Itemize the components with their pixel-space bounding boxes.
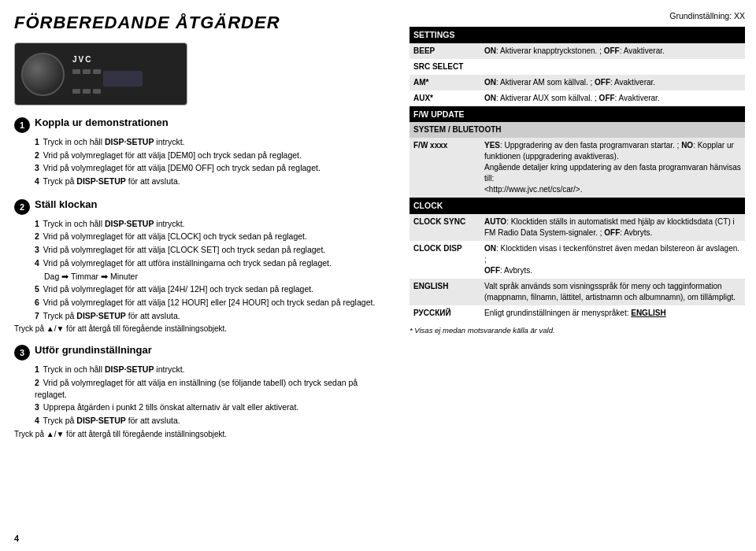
left-column: FÖRBEREDANDE ÅTGÄRDER JVC 1 Koppla ur de… (0, 0, 402, 551)
fw-xxxx-label: F/W xxxx (410, 138, 480, 198)
step-1-circle: 1 (14, 117, 30, 133)
right-column: Grundinställning: XX SETTINGS BEEP ON: A… (402, 0, 756, 551)
clock-sync-row: CLOCK SYNC AUTO: Klocktiden ställs in au… (410, 214, 745, 241)
step-3-1: 1 Tryck in och håll DISP·SETUP intryckt. (35, 364, 387, 375)
radio-button-5 (83, 89, 91, 94)
fw-update-header-row: F/W UPDATE (410, 106, 745, 123)
step-2-5: 5 Vrid på volymreglaget för att välja [2… (35, 283, 387, 295)
radio-button-6 (93, 89, 101, 94)
section-3-title: Utför grundinställningar (35, 344, 152, 356)
step-1-1: 1 Tryck in och håll DISP·SETUP intryckt. (35, 136, 387, 148)
clock-sync-value: AUTO: Klocktiden ställs in automatiskt m… (480, 214, 745, 241)
settings-footnote: * Visas ej medan motsvarande källa är va… (410, 326, 745, 335)
settings-main-header-row: SETTINGS (410, 27, 745, 43)
radio-button-4 (72, 89, 80, 94)
beep-value: ON: Aktiverar knapptryckstonen. ; OFF: A… (480, 43, 745, 59)
am-row: AM* ON: Aktiverar AM som källval. ; OFF:… (410, 75, 745, 91)
step-2-3: 3 Vrid på volymreglaget för att välja [C… (35, 244, 387, 256)
grundinstallning-label: Grundinställning: XX (410, 11, 745, 20)
step-3-2: 2 Vrid på volymreglaget för att välja en… (35, 377, 387, 400)
section-2: 2 Ställ klockan 1 Tryck in och håll DISP… (14, 198, 387, 334)
fw-update-header: F/W UPDATE (410, 106, 745, 123)
section-2-steps: 1 Tryck in och håll DISP·SETUP intryckt.… (14, 218, 387, 322)
russian-value: Enligt grundinställningen är menyspråket… (480, 305, 745, 321)
step-2-2: 2 Vrid på volymreglaget för att välja [C… (35, 231, 387, 242)
beep-row: BEEP ON: Aktiverar knapptryckstonen. ; O… (410, 43, 745, 59)
step-2-circle: 2 (14, 199, 30, 215)
src-select-row: SRC SELECT (410, 59, 745, 75)
aux-value: ON: Aktiverar AUX som källval. ; OFF: Av… (480, 91, 745, 106)
step-2-1: 1 Tryck in och håll DISP·SETUP intryckt. (35, 218, 387, 230)
section-1: 1 Koppla ur demonstrationen 1 Tryck in o… (14, 116, 387, 187)
am-value: ON: Aktiverar AM som källval. ; OFF: Ava… (480, 75, 745, 91)
system-bluetooth-row: SYSTEM / BLUETOOTH (410, 122, 745, 138)
section-1-title: Koppla ur demonstrationen (35, 116, 169, 128)
english-row: ENGLISH Valt språk används som visningss… (410, 279, 745, 305)
section-3-steps: 1 Tryck in och håll DISP·SETUP intryckt.… (14, 364, 387, 426)
clock-header: CLOCK (410, 198, 745, 214)
jvc-logo: JVC (72, 55, 143, 64)
aux-row: AUX* ON: Aktiverar AUX som källval. ; OF… (410, 91, 745, 106)
page-title: FÖRBEREDANDE ÅTGÄRDER (14, 13, 387, 33)
english-value: Valt språk används som visningsspråk för… (480, 279, 745, 305)
section-3-header: 3 Utför grundinställningar (14, 344, 387, 361)
radio-image: JVC (14, 43, 187, 105)
english-label: ENGLISH (410, 279, 480, 305)
section-3-footer: Tryck på ▲/▼ för att återgå till föregåe… (14, 430, 387, 438)
volume-knob (21, 53, 65, 96)
clock-disp-value: ON: Klocktiden visas i teckenfönstret äv… (480, 241, 745, 279)
step-2-6: 6 Vrid på volymreglaget för att välja [1… (35, 297, 387, 309)
src-select-label: SRC SELECT (410, 59, 745, 75)
button-row-2 (72, 89, 143, 94)
step-1-3: 3 Vrid på volymreglaget för att välja [D… (35, 162, 387, 174)
step-2-4: 4 Vrid på volymreglaget för att utföra i… (35, 257, 387, 269)
section-3: 3 Utför grundinställningar 1 Tryck in oc… (14, 344, 387, 438)
radio-display (103, 71, 143, 87)
section-2-footer: Tryck på ▲/▼ för att återgå till föregåe… (14, 324, 387, 333)
radio-controls: JVC (72, 55, 143, 94)
clock-disp-label: CLOCK DISP (410, 241, 480, 279)
beep-label: BEEP (410, 43, 480, 59)
fw-xxxx-value: YES: Uppgradering av den fasta programva… (480, 138, 745, 198)
step-1-4: 4 Tryck på DISP·SETUP för att avsluta. (35, 176, 387, 187)
fw-xxxx-row: F/W xxxx YES: Uppgradering av den fasta … (410, 138, 745, 198)
clock-sync-label: CLOCK SYNC (410, 214, 480, 241)
settings-header: SETTINGS (410, 27, 745, 43)
step-3-3: 3 Upprepa åtgärden i punkt 2 tills önska… (35, 401, 387, 413)
step-2-7: 7 Tryck på DISP·SETUP för att avsluta. (35, 310, 387, 322)
section-1-header: 1 Koppla ur demonstrationen (14, 116, 387, 133)
am-label: AM* (410, 75, 480, 91)
step-1-2: 2 Vrid på volymreglaget för att välja [D… (35, 150, 387, 161)
system-bluetooth-label: SYSTEM / BLUETOOTH (410, 122, 745, 138)
clock-header-row: CLOCK (410, 198, 745, 214)
section-1-steps: 1 Tryck in och håll DISP·SETUP intryckt.… (14, 136, 387, 187)
radio-button-3 (93, 69, 101, 74)
button-row-1 (72, 69, 143, 87)
clock-disp-row: CLOCK DISP ON: Klocktiden visas i tecken… (410, 241, 745, 279)
step-3-circle: 3 (14, 345, 30, 361)
russian-label: РУССКИЙ (410, 305, 480, 321)
settings-table: SETTINGS BEEP ON: Aktiverar knapptryckst… (410, 27, 745, 321)
step-3-4: 4 Tryck på DISP·SETUP för att avsluta. (35, 415, 387, 427)
step-2-dag: Dag ➡ Timmar ➡ Minuter (35, 271, 387, 283)
section-2-header: 2 Ställ klockan (14, 198, 387, 215)
radio-button-1 (72, 69, 80, 74)
radio-button-2 (83, 69, 91, 74)
aux-label: AUX* (410, 91, 480, 106)
page-number: 4 (14, 534, 19, 543)
russian-row: РУССКИЙ Enligt grundinställningen är men… (410, 305, 745, 321)
section-2-title: Ställ klockan (35, 198, 97, 210)
